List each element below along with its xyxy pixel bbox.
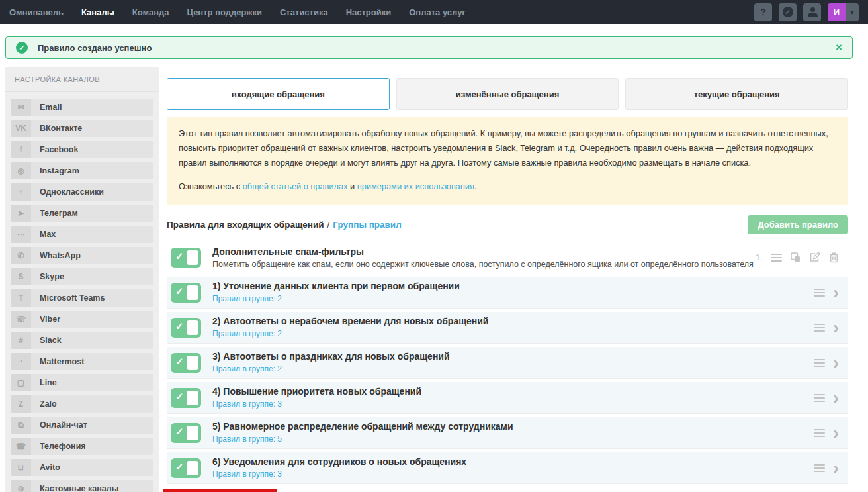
- rule-title[interactable]: 5) Равномерное распределение обращений м…: [212, 421, 513, 432]
- examples-link[interactable]: примерами их использования: [357, 181, 474, 191]
- sidebar-item-channel[interactable]: ◎ Instagram: [11, 162, 153, 179]
- check-circle-icon: ✓: [783, 7, 793, 17]
- chevron-right-icon[interactable]: ›: [833, 426, 839, 440]
- sidebar-item-channel[interactable]: ✉ Email: [11, 99, 153, 116]
- rule-toggle[interactable]: ✓: [171, 248, 201, 268]
- group-count-link[interactable]: Правил в группе: 2: [212, 364, 282, 373]
- nav-item[interactable]: Настройки: [346, 7, 392, 17]
- sidebar-item-channel[interactable]: ♀ Одноклассники: [11, 183, 153, 201]
- tab[interactable]: входящие обращения: [167, 78, 390, 110]
- drag-handle-icon[interactable]: [814, 289, 825, 297]
- rule-row[interactable]: ✓ 2) Автоответы о нерабочем времени для …: [167, 312, 848, 344]
- rule-row[interactable]: ✓ Вебхук Савви 14.: [167, 487, 848, 492]
- rule-toggle[interactable]: ✓: [171, 388, 201, 408]
- close-icon[interactable]: ×: [836, 41, 842, 54]
- rule-actions: ›: [814, 391, 843, 405]
- copy-icon[interactable]: [790, 252, 801, 263]
- help-button[interactable]: ?: [754, 3, 772, 21]
- rule-order-number: 1.: [756, 252, 763, 262]
- drag-handle-icon[interactable]: [814, 394, 825, 402]
- channel-icon: ◔: [11, 353, 31, 370]
- sidebar-item-channel[interactable]: ☎ Телефония: [11, 438, 153, 455]
- sidebar-item-channel[interactable]: ➤ Телеграм: [11, 205, 153, 222]
- edit-icon[interactable]: [809, 252, 821, 263]
- group-count-link[interactable]: Правил в группе: 5: [212, 434, 282, 444]
- sidebar-item-channel[interactable]: VK ВКонтакте: [11, 120, 153, 137]
- rule-row[interactable]: ✓ 5) Равномерное распределение обращений…: [167, 417, 848, 449]
- rule-row[interactable]: ✓ 6) Уведомления для сотрудников о новых…: [167, 452, 848, 484]
- rule-toggle[interactable]: ✓: [171, 283, 201, 303]
- rule-title[interactable]: 4) Повышение приоритета новых обращений: [212, 386, 421, 397]
- rule-toggle[interactable]: ✓: [171, 318, 201, 338]
- rule-row[interactable]: ✓ 1) Уточнение данных клиента при первом…: [167, 277, 848, 309]
- tab[interactable]: изменённые обращения: [396, 78, 619, 110]
- account-menu[interactable]: И ▾: [828, 3, 859, 21]
- toggle-check-icon: ✓: [175, 320, 184, 332]
- rule-toggle[interactable]: ✓: [171, 458, 201, 478]
- group-count-link[interactable]: Правил в группе: 3: [212, 469, 282, 479]
- separator: /: [327, 220, 330, 230]
- nav-item[interactable]: Команда: [132, 7, 169, 17]
- drag-handle-icon[interactable]: [814, 464, 825, 472]
- sidebar-item-channel[interactable]: ⋯ Max: [11, 226, 153, 243]
- group-count-link[interactable]: Правил в группе: 3: [212, 399, 282, 409]
- channel-label: Одноклассники: [40, 187, 104, 197]
- rule-title[interactable]: Дополнительные спам-фильтры: [212, 246, 754, 257]
- nav-item[interactable]: Статистика: [280, 7, 328, 17]
- sidebar-item-channel[interactable]: ⧉ Онлайн-чат: [11, 417, 153, 434]
- sidebar-item-channel[interactable]: ◔ Mattermost: [11, 353, 153, 370]
- channels-sidebar: НАСТРОЙКА КАНАЛОВ ✉ Email VK ВКонтакте f…: [5, 67, 159, 492]
- sidebar-item-channel[interactable]: ✆ WhatsApp: [11, 247, 153, 264]
- rule-title[interactable]: 1) Уточнение данных клиента при первом о…: [212, 281, 460, 291]
- channel-icon: ➤: [11, 205, 31, 222]
- article-link[interactable]: общей статьей о правилах: [243, 181, 348, 191]
- nav-item[interactable]: Оплата услуг: [409, 7, 466, 17]
- sidebar-item-channel[interactable]: Z Zalo: [11, 395, 153, 413]
- rule-body: 1) Уточнение данных клиента при первом о…: [212, 281, 460, 304]
- nav-item[interactable]: Каналы: [81, 7, 114, 17]
- chevron-right-icon[interactable]: ›: [833, 286, 839, 299]
- groups-link[interactable]: Группы правил: [333, 220, 401, 230]
- chevron-right-icon[interactable]: ›: [833, 391, 839, 405]
- rule-toggle[interactable]: ✓: [171, 353, 201, 373]
- drag-handle-icon[interactable]: [814, 429, 825, 437]
- rule-title[interactable]: 2) Автоответы о нерабочем времени для но…: [212, 316, 488, 326]
- toggle-knob: [187, 320, 198, 335]
- rule-title[interactable]: 6) Уведомления для сотрудников о новых о…: [212, 456, 466, 467]
- nav-item[interactable]: Центр поддержки: [187, 7, 262, 17]
- trash-icon[interactable]: [829, 252, 839, 263]
- rule-body: Дополнительные спам-фильтры Пометить обр…: [212, 246, 754, 269]
- group-count-link[interactable]: Правил в группе: 2: [212, 329, 282, 338]
- sidebar-item-channel[interactable]: ▢ Line: [11, 374, 153, 391]
- chevron-right-icon[interactable]: ›: [833, 462, 839, 475]
- sidebar-item-channel[interactable]: T Microsoft Teams: [11, 289, 153, 307]
- drag-handle-icon[interactable]: [814, 324, 825, 332]
- profile-button[interactable]: [803, 3, 821, 21]
- tab[interactable]: текущие обращения: [625, 78, 848, 110]
- toggle-check-icon: ✓: [175, 285, 184, 297]
- channel-icon: VK: [11, 120, 31, 137]
- rule-toggle[interactable]: ✓: [171, 423, 201, 443]
- rule-row[interactable]: ✓ Дополнительные спам-фильтры Пометить о…: [167, 242, 848, 273]
- drag-handle-icon[interactable]: [771, 254, 782, 262]
- sidebar-item-channel[interactable]: ☏ Viber: [11, 311, 153, 328]
- chevron-right-icon[interactable]: ›: [833, 321, 839, 334]
- nav-item[interactable]: Омнипанель: [9, 7, 64, 17]
- rule-title[interactable]: 3) Автоответы о праздниках для новых обр…: [212, 351, 450, 362]
- chevron-right-icon[interactable]: ›: [833, 356, 839, 369]
- rule-row[interactable]: ✓ 3) Автоответы о праздниках для новых о…: [167, 347, 848, 379]
- drag-handle-icon[interactable]: [814, 359, 825, 367]
- sidebar-item-channel[interactable]: f Facebook: [11, 141, 153, 158]
- sidebar-item-channel[interactable]: S Skype: [11, 268, 153, 285]
- channel-label: Онлайн-чат: [40, 420, 87, 430]
- annotation-highlight-box: [163, 489, 277, 492]
- sidebar-item-channel[interactable]: # Slack: [11, 332, 153, 349]
- sidebar-item-channel[interactable]: ⊕ Кастомные каналы: [11, 480, 153, 492]
- add-rule-button[interactable]: Добавить правило: [748, 215, 848, 234]
- toggle-check-icon: ✓: [175, 250, 184, 262]
- sidebar-item-channel[interactable]: ⊔ Avito: [11, 459, 153, 476]
- channel-icon: ☏: [11, 311, 31, 328]
- group-count-link[interactable]: Правил в группе: 2: [212, 294, 282, 303]
- status-button[interactable]: ✓: [779, 3, 797, 21]
- rule-row[interactable]: ✓ 4) Повышение приоритета новых обращени…: [167, 382, 848, 414]
